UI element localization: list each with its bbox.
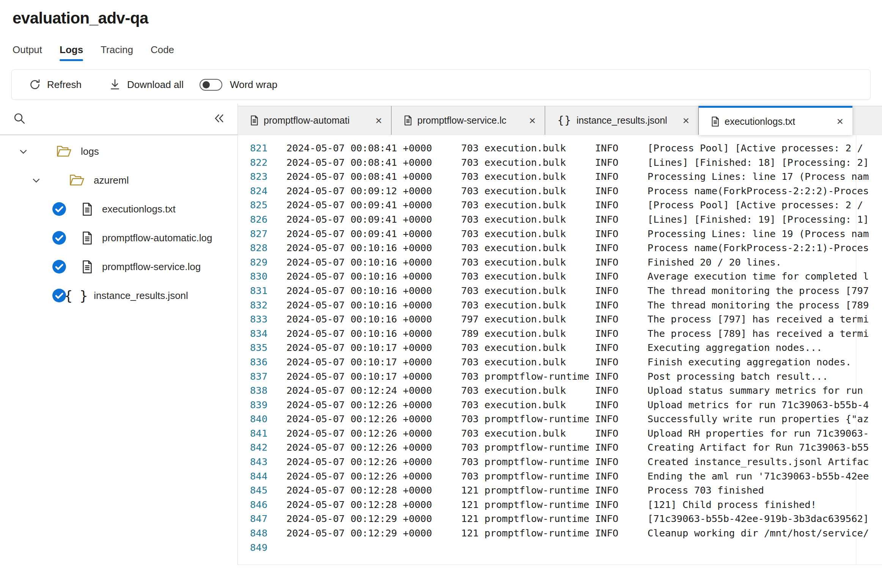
nav-tab-label: Output	[13, 44, 42, 55]
log-line: 8242024-05-07 00:09:12 +0000 703 executi…	[238, 184, 882, 198]
tree-item-logs[interactable]: { } logs	[0, 137, 237, 166]
log-line: 8312024-05-07 00:10:16 +0000 703 executi…	[238, 284, 882, 298]
tree-item-instance_results.jsonl[interactable]: { } instance_results.jsonl	[0, 281, 237, 310]
file-tab-promptflow-automati[interactable]: {} promptflow-automati ×	[238, 106, 391, 135]
log-line-number: 846	[245, 498, 267, 512]
wordwrap-toggle[interactable]	[200, 79, 222, 91]
tree-item-executionlogs.txt[interactable]: { } executionlogs.txt	[0, 195, 237, 223]
chevron-down-icon[interactable]	[31, 175, 41, 186]
log-line-text: 2024-05-07 00:12:28 +0000 121 promptflow…	[286, 484, 764, 496]
folder-icon	[57, 145, 72, 157]
log-line-text: 2024-05-07 00:12:24 +0000 703 execution.…	[286, 385, 863, 396]
close-icon[interactable]: ×	[372, 115, 382, 126]
log-line-text: 2024-05-07 00:12:29 +0000 121 promptflow…	[286, 527, 869, 539]
log-line-number: 848	[245, 526, 267, 541]
log-line-number: 836	[245, 355, 267, 369]
log-line-number: 835	[245, 341, 267, 355]
collapse-sidebar-icon[interactable]	[212, 112, 226, 127]
run-nav-tabs: Output Logs Tracing Code	[13, 44, 882, 61]
document-icon	[404, 115, 412, 126]
log-line-text: 2024-05-07 00:08:41 +0000 703 execution.…	[286, 142, 863, 154]
tree-item-azureml[interactable]: { } azureml	[0, 166, 237, 195]
log-line-text: 2024-05-07 00:12:26 +0000 703 promptflow…	[286, 456, 869, 467]
log-editor: {} promptflow-automati × {} promptflow-s…	[238, 104, 882, 565]
wordwrap-group: Word wrap	[200, 79, 277, 91]
file-tab-label: promptflow-automati	[264, 115, 349, 126]
log-line-number: 827	[245, 227, 267, 241]
log-line-number: 843	[245, 455, 267, 469]
log-line-number: 830	[245, 269, 267, 284]
nav-tab-label: Code	[151, 44, 174, 55]
document-icon	[82, 202, 93, 216]
search-icon[interactable]	[13, 112, 26, 126]
log-line-text: 2024-05-07 00:10:17 +0000 703 promptflow…	[286, 371, 828, 382]
log-line: 8302024-05-07 00:10:16 +0000 703 executi…	[238, 269, 882, 284]
nav-tab-code[interactable]: Code	[151, 44, 174, 61]
log-line: 8252024-05-07 00:09:41 +0000 703 executi…	[238, 198, 882, 212]
download-all-label: Download all	[127, 79, 184, 91]
log-line: 8422024-05-07 00:12:26 +0000 703 promptf…	[238, 440, 882, 455]
log-line: 8342024-05-07 00:10:16 +0000 789 executi…	[238, 327, 882, 341]
log-line: 8452024-05-07 00:12:28 +0000 121 promptf…	[238, 483, 882, 498]
download-all-button[interactable]: Download all	[109, 79, 184, 91]
log-line-number: 826	[245, 212, 267, 227]
log-line-number: 849	[245, 541, 267, 555]
check-icon	[52, 259, 66, 274]
refresh-icon	[29, 79, 41, 91]
log-line: 8212024-05-07 00:08:41 +0000 703 executi…	[238, 141, 882, 156]
log-line-number: 845	[245, 483, 267, 498]
file-tab-executionlogs.txt[interactable]: {} executionlogs.txt ×	[699, 106, 852, 135]
document-icon	[82, 260, 93, 274]
log-line-number: 831	[245, 284, 267, 298]
log-line-number: 840	[245, 412, 267, 426]
document-icon	[711, 116, 720, 127]
tree-item-promptflow-service.log[interactable]: { } promptflow-service.log	[0, 252, 237, 281]
tree-item-label: promptflow-service.log	[102, 261, 201, 273]
download-icon	[109, 79, 121, 91]
close-icon[interactable]: ×	[679, 115, 689, 126]
log-line-text: 2024-05-07 00:09:41 +0000 703 execution.…	[286, 228, 869, 239]
nav-tab-output[interactable]: Output	[13, 44, 42, 61]
logs-toolbar: Refresh Download all Word wrap	[11, 69, 871, 100]
check-icon	[52, 231, 66, 245]
log-line-text: 2024-05-07 00:08:41 +0000 703 execution.…	[286, 171, 869, 182]
file-tabstrip: {} promptflow-automati × {} promptflow-s…	[238, 106, 882, 135]
log-line-number: 839	[245, 398, 267, 412]
log-line-text: 2024-05-07 00:10:16 +0000 703 execution.…	[286, 285, 869, 296]
log-line-number: 834	[245, 327, 267, 341]
tree-item-label: instance_results.jsonl	[94, 290, 188, 302]
log-line-number: 838	[245, 384, 267, 398]
sidebar-header	[0, 104, 237, 135]
log-line-text: 2024-05-07 00:10:17 +0000 703 execution.…	[286, 342, 822, 353]
log-line: 8372024-05-07 00:10:17 +0000 703 promptf…	[238, 369, 882, 384]
nav-tab-logs[interactable]: Logs	[60, 44, 83, 61]
log-line: 8412024-05-07 00:12:26 +0000 703 executi…	[238, 426, 882, 441]
folder-icon	[69, 174, 85, 186]
file-tab-instance_results.jsonl[interactable]: {} instance_results.jsonl ×	[545, 106, 699, 135]
toggle-knob	[203, 81, 210, 88]
refresh-label: Refresh	[47, 79, 82, 91]
log-line: 8292024-05-07 00:10:16 +0000 703 executi…	[238, 255, 882, 270]
check-icon	[52, 202, 66, 216]
log-line-text: 2024-05-07 00:08:41 +0000 703 execution.…	[286, 157, 869, 168]
log-line: 8232024-05-07 00:08:41 +0000 703 executi…	[238, 170, 882, 184]
log-line-number: 847	[245, 512, 267, 526]
log-line-text: 2024-05-07 00:12:26 +0000 703 promptflow…	[286, 470, 869, 482]
close-icon[interactable]: ×	[526, 115, 536, 126]
log-line-number: 828	[245, 241, 267, 255]
log-line-text: 2024-05-07 00:10:16 +0000 797 execution.…	[286, 313, 869, 325]
file-tab-promptflow-service.lc[interactable]: {} promptflow-service.lc ×	[391, 106, 545, 135]
file-tab-label: promptflow-service.lc	[417, 115, 506, 126]
nav-tab-tracing[interactable]: Tracing	[101, 44, 133, 61]
log-line: 8322024-05-07 00:10:16 +0000 703 executi…	[238, 298, 882, 313]
page-title: evaluation_adv-qa	[13, 9, 882, 27]
tree-item-promptflow-automatic.log[interactable]: { } promptflow-automatic.log	[0, 223, 237, 252]
chevron-down-icon[interactable]	[18, 146, 28, 157]
tabstrip-filler	[852, 106, 882, 135]
refresh-button[interactable]: Refresh	[29, 79, 82, 91]
log-line-number: 842	[245, 440, 267, 455]
log-line-number: 822	[245, 156, 267, 170]
close-icon[interactable]: ×	[833, 116, 843, 127]
file-sidebar: { } logs { } azureml	[0, 104, 238, 565]
log-line: 8392024-05-07 00:12:26 +0000 703 executi…	[238, 398, 882, 412]
